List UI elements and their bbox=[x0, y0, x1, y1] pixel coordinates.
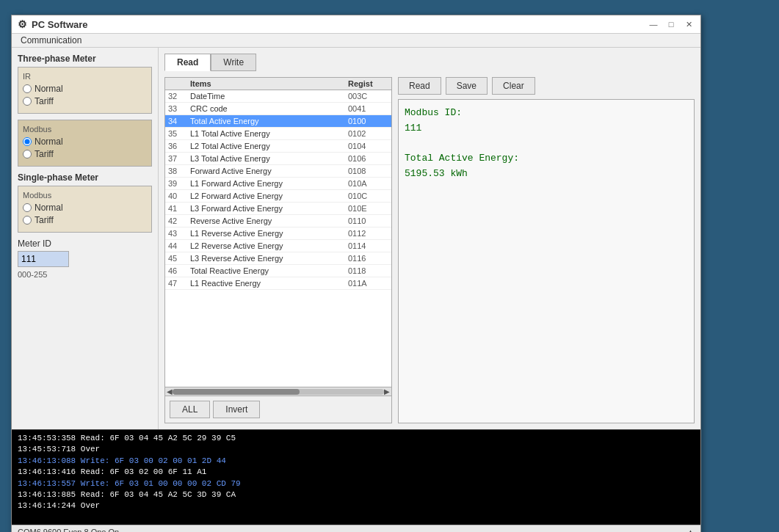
status-text: COM6,9600,Even,8,One On bbox=[18, 528, 119, 532]
scrollbar-track[interactable] bbox=[173, 389, 384, 395]
list-item[interactable]: 35 L1 Total Active Energy 0102 bbox=[165, 128, 391, 140]
ir-normal-radio[interactable] bbox=[23, 84, 32, 93]
scroll-left-arrow[interactable]: ◀ bbox=[167, 387, 173, 396]
tab-read[interactable]: Read bbox=[164, 54, 211, 71]
log-panel: 13:45:53:358 Read: 6F 03 04 45 A2 5C 29 … bbox=[12, 429, 700, 525]
output-line3 bbox=[405, 136, 688, 152]
window-title: PC Software bbox=[32, 19, 88, 30]
horizontal-scrollbar[interactable]: ◀ ▶ bbox=[165, 387, 391, 396]
list-item[interactable]: 37 L3 Total Active Energy 0106 bbox=[165, 153, 391, 165]
main-window: ⚙ PC Software — □ ✕ Communication Three-… bbox=[11, 15, 701, 532]
output-line2: 111 bbox=[405, 121, 688, 136]
list-item-total-reactive[interactable]: 46 Total Reactive Energy 0118 bbox=[165, 265, 391, 277]
output-line4: Total Active Energy: bbox=[405, 151, 688, 167]
all-button[interactable]: ALL bbox=[170, 401, 210, 418]
list-item[interactable]: 47 L1 Reactive Energy 011A bbox=[165, 277, 391, 290]
tabs: Read Write bbox=[164, 54, 695, 71]
range-label: 000-255 bbox=[18, 270, 152, 279]
ir-tariff-row: Tariff bbox=[23, 96, 147, 106]
modbus-normal-row: Normal bbox=[23, 136, 147, 147]
single-modbus-tariff-label: Tariff bbox=[35, 215, 54, 225]
title-bar-controls: — □ ✕ bbox=[648, 18, 695, 30]
output-line5: 5195.53 kWh bbox=[405, 167, 688, 182]
menu-bar: Communication bbox=[12, 34, 700, 48]
modbus-group-title: Modbus bbox=[23, 125, 147, 134]
modbus-group: Modbus Normal Tariff bbox=[18, 120, 152, 167]
single-phase-label: Single-phase Meter bbox=[18, 172, 152, 183]
scrollbar-thumb[interactable] bbox=[173, 389, 300, 395]
list-header: Items Regist bbox=[165, 78, 391, 90]
list-item[interactable]: 36 L2 Total Active Energy 0104 bbox=[165, 140, 391, 153]
log-line: 13:45:53:358 Read: 6F 03 04 45 A2 5C 29 … bbox=[18, 433, 695, 444]
ir-normal-row: Normal bbox=[23, 84, 147, 94]
log-line: 13:46:13:885 Read: 6F 03 04 45 A2 5C 3D … bbox=[18, 489, 695, 500]
list-body: 32 DateTime 003C 33 CRC code 0041 34 Tot… bbox=[165, 90, 391, 387]
header-reg: Regist bbox=[348, 79, 388, 88]
output-line1: Modbus ID: bbox=[405, 106, 688, 121]
single-modbus-title: Modbus bbox=[23, 191, 147, 200]
status-scroll-up[interactable]: ▲ bbox=[686, 528, 695, 532]
title-bar: ⚙ PC Software — □ ✕ bbox=[12, 15, 700, 34]
list-item[interactable]: 41 L3 Forward Active Energy 010E bbox=[165, 203, 391, 215]
log-line: 13:45:53:718 Over bbox=[18, 444, 695, 455]
ir-tariff-radio[interactable] bbox=[23, 97, 32, 106]
ir-group-title: IR bbox=[23, 72, 147, 81]
ir-normal-label: Normal bbox=[35, 84, 63, 94]
log-line: 13:46:13:416 Read: 6F 03 02 00 6F 11 A1 bbox=[18, 467, 695, 478]
modbus-normal-radio[interactable] bbox=[23, 137, 32, 146]
meter-id-section: Meter ID 111 000-255 bbox=[18, 238, 152, 279]
single-modbus-group: Modbus Normal Tariff bbox=[18, 186, 152, 233]
list-item-l1-forward[interactable]: 39 L1 Forward Active Energy 010A bbox=[165, 178, 391, 190]
single-modbus-normal-label: Normal bbox=[35, 203, 63, 213]
menu-communication[interactable]: Communication bbox=[18, 34, 84, 47]
output-box: Modbus ID: 111 Total Active Energy: 5195… bbox=[398, 99, 695, 423]
meter-id-label: Meter ID bbox=[18, 238, 152, 249]
list-item[interactable]: 44 L2 Reverse Active Energy 0114 bbox=[165, 240, 391, 252]
header-num bbox=[168, 79, 190, 88]
single-modbus-normal-row: Normal bbox=[23, 203, 147, 213]
list-item[interactable]: 32 DateTime 003C bbox=[165, 90, 391, 103]
list-item[interactable]: 45 L3 Reverse Active Energy 0116 bbox=[165, 252, 391, 265]
clear-button[interactable]: Clear bbox=[492, 77, 535, 95]
action-buttons: Read Save Clear bbox=[398, 77, 695, 95]
maximize-button[interactable]: □ bbox=[665, 18, 677, 30]
modbus-tariff-radio[interactable] bbox=[23, 150, 32, 158]
status-bar: COM6,9600,Even,8,One On ▲ bbox=[12, 525, 700, 532]
log-line: 13:46:14:244 Over bbox=[18, 500, 695, 511]
right-panel: Read Write Items Regist 32 DateTime bbox=[159, 48, 700, 429]
list-item[interactable]: 38 Forward Active Energy 0108 bbox=[165, 165, 391, 178]
modbus-normal-label: Normal bbox=[35, 136, 63, 147]
ir-tariff-label: Tariff bbox=[35, 96, 54, 106]
modbus-tariff-label: Tariff bbox=[35, 149, 54, 159]
sidebar: Three-phase Meter IR Normal Tariff Modbu… bbox=[12, 48, 159, 429]
save-button[interactable]: Save bbox=[446, 77, 488, 95]
tab-write[interactable]: Write bbox=[211, 54, 256, 71]
single-modbus-tariff-radio[interactable] bbox=[23, 216, 32, 225]
gear-icon: ⚙ bbox=[18, 18, 27, 30]
list-item[interactable]: 40 L2 Forward Active Energy 010C bbox=[165, 190, 391, 203]
content-area: Items Regist 32 DateTime 003C 33 CRC cod… bbox=[164, 77, 695, 423]
main-content: Three-phase Meter IR Normal Tariff Modbu… bbox=[12, 48, 700, 429]
close-button[interactable]: ✕ bbox=[683, 18, 695, 30]
log-line: 13:46:13:088 Write: 6F 03 00 02 00 01 2D… bbox=[18, 456, 695, 467]
list-footer: ALL Invert bbox=[165, 396, 391, 423]
header-items: Items bbox=[190, 79, 348, 88]
list-item-reverse[interactable]: 42 Reverse Active Energy 0110 bbox=[165, 215, 391, 227]
minimize-button[interactable]: — bbox=[648, 18, 659, 30]
single-modbus-normal-radio[interactable] bbox=[23, 203, 32, 212]
ir-group: IR Normal Tariff bbox=[18, 67, 152, 114]
log-line: 13:46:13:557 Write: 6F 03 01 00 00 00 02… bbox=[18, 478, 695, 489]
title-bar-left: ⚙ PC Software bbox=[18, 18, 88, 30]
list-panel: Items Regist 32 DateTime 003C 33 CRC cod… bbox=[164, 77, 392, 423]
list-item[interactable]: 43 L1 Reverse Active Energy 0112 bbox=[165, 227, 391, 240]
list-item-total-active[interactable]: 34 Total Active Energy 0100 bbox=[165, 115, 391, 128]
single-modbus-tariff-row: Tariff bbox=[23, 215, 147, 225]
invert-button[interactable]: Invert bbox=[213, 401, 260, 418]
three-phase-label: Three-phase Meter bbox=[18, 54, 152, 64]
meter-id-input[interactable]: 111 bbox=[18, 251, 69, 267]
scroll-right-arrow[interactable]: ▶ bbox=[384, 387, 390, 396]
right-info-panel: Read Save Clear Modbus ID: 111 Total Act… bbox=[398, 77, 695, 423]
read-button[interactable]: Read bbox=[398, 77, 441, 95]
modbus-tariff-row: Tariff bbox=[23, 149, 147, 159]
list-item[interactable]: 33 CRC code 0041 bbox=[165, 103, 391, 115]
